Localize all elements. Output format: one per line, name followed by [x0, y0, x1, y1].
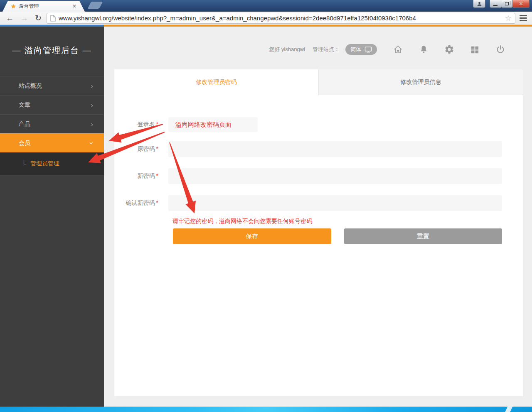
content-card: 修改管理员密码 修改管理员信息 登录名* 溢尚网络改密码页面 [114, 69, 523, 396]
logout-button[interactable] [495, 44, 505, 54]
minimize-icon [493, 5, 498, 6]
url-bar[interactable]: www.yishangwl.org/website/index.php?_m=a… [47, 13, 515, 24]
minimize-button[interactable] [490, 0, 501, 8]
tab-change-info[interactable]: 修改管理员信息 [318, 69, 523, 95]
required-mark: * [156, 145, 158, 152]
sidebar-title: — 溢尚管理后台 — [0, 27, 104, 56]
browser-titlebar: ★ 后台管理 ✕ ✕ [0, 0, 532, 12]
main-area: 您好 yishangwl 管理站点： 简体 [104, 27, 532, 407]
old-password-label: 原密码* [114, 145, 168, 153]
main-topbar: 您好 yishangwl 管理站点： 简体 [114, 39, 532, 60]
tree-branch-icon: └ [22, 160, 26, 167]
old-password-input[interactable] [168, 141, 502, 157]
browser-window: ★ 后台管理 ✕ ✕ ← → ↻ [0, 0, 532, 412]
form-row-confirm-password: 确认新密码* [114, 195, 523, 211]
tab-change-password[interactable]: 修改管理员密码 [114, 69, 318, 95]
language-site-pill[interactable]: 简体 [345, 44, 377, 55]
tab-title: 后台管理 [19, 3, 70, 10]
form-buttons: 保存 重置 [114, 228, 523, 244]
apps-button[interactable] [470, 45, 480, 54]
user-greeting: 您好 yishangwl [269, 46, 305, 53]
sidebar-subitem-admin-management[interactable]: └ 管理员管理 [0, 152, 104, 175]
wallpaper-streak [504, 407, 513, 412]
url-text[interactable]: www.yishangwl.org/website/index.php?_m=a… [59, 15, 502, 22]
sidebar-item-products[interactable]: 产品 › [0, 114, 104, 133]
desktop-wallpaper-strip [0, 407, 532, 412]
back-button[interactable]: ← [2, 14, 17, 22]
settings-button[interactable] [444, 44, 454, 54]
bell-icon [419, 45, 429, 54]
sidebar: — 溢尚管理后台 — 站点概况 › 文章 › 产品 › 会员 › [0, 27, 104, 407]
power-icon [495, 44, 505, 54]
form-row-old-password: 原密码* [114, 141, 523, 157]
home-icon [393, 44, 403, 54]
sidebar-item-site-overview[interactable]: 站点概况 › [0, 76, 104, 95]
change-password-form: 登录名* 溢尚网络改密码页面 原密码* 新 [114, 95, 523, 244]
browser-toolbar: ← → ↻ www.yishangwl.org/website/index.ph… [0, 12, 532, 25]
browser-tab[interactable]: ★ 后台管理 ✕ [2, 1, 85, 12]
close-button[interactable]: ✕ [513, 0, 530, 8]
page-content: — 溢尚管理后台 — 站点概况 › 文章 › 产品 › 会员 › [0, 27, 532, 407]
tab-close-icon[interactable]: ✕ [72, 3, 76, 9]
form-row-login-name: 登录名* 溢尚网络改密码页面 [114, 117, 523, 132]
sidebar-item-members[interactable]: 会员 › [0, 133, 104, 152]
reset-button[interactable]: 重置 [344, 228, 502, 244]
profile-icon [477, 1, 482, 7]
forward-button[interactable]: → [17, 14, 32, 22]
window-controls: ✕ [473, 0, 530, 8]
sidebar-subitem-label: 管理员管理 [30, 160, 59, 167]
home-button[interactable] [393, 44, 403, 54]
required-mark: * [156, 172, 158, 179]
login-name-label: 登录名* [114, 121, 168, 128]
chevron-down-icon: › [89, 142, 96, 145]
chrome-menu-icon[interactable] [519, 15, 528, 21]
refresh-button[interactable]: ↻ [32, 14, 45, 22]
confirm-password-input[interactable] [168, 195, 502, 211]
language-label: 简体 [350, 46, 361, 53]
sidebar-item-label: 产品 [19, 120, 30, 128]
required-mark: * [156, 199, 158, 206]
maximize-icon [505, 2, 509, 5]
bookmark-star-icon[interactable]: ☆ [505, 14, 512, 23]
profile-button[interactable] [473, 0, 485, 8]
sidebar-item-label: 文章 [19, 101, 30, 109]
maximize-button[interactable] [501, 0, 513, 8]
favicon-star-icon: ★ [11, 3, 16, 9]
monitor-icon [365, 47, 372, 53]
sidebar-item-articles[interactable]: 文章 › [0, 95, 104, 114]
page-icon [50, 15, 56, 22]
login-name-input[interactable]: 溢尚网络改密码页面 [168, 117, 258, 132]
sidebar-menu: 站点概况 › 文章 › 产品 › 会员 › └ 管理员管理 [0, 76, 104, 175]
new-password-input[interactable] [168, 168, 502, 184]
password-warning-row: 请牢记您的密码，溢尚网络不会问您索要任何账号密码 [114, 217, 523, 225]
required-mark: * [156, 121, 158, 128]
chevron-right-icon: › [91, 120, 93, 128]
annotation-field-note: 溢尚网络改密码页面 [175, 121, 232, 129]
grid-icon [470, 45, 480, 54]
chevron-right-icon: › [91, 82, 93, 90]
annotation-password-warning: 请牢记您的密码，溢尚网络不会问您索要任何账号密码 [172, 218, 312, 224]
new-tab-button[interactable] [87, 2, 103, 9]
form-row-new-password: 新密码* [114, 168, 523, 184]
sidebar-item-label: 站点概况 [19, 82, 42, 90]
card-tabs: 修改管理员密码 修改管理员信息 [114, 69, 523, 95]
new-password-label: 新密码* [114, 172, 168, 180]
notifications-button[interactable] [419, 45, 429, 54]
chevron-right-icon: › [91, 101, 93, 109]
confirm-password-label: 确认新密码* [114, 199, 168, 207]
close-icon: ✕ [519, 1, 523, 7]
gear-icon [444, 44, 454, 54]
sidebar-item-label: 会员 [19, 140, 30, 147]
manage-site-label: 管理站点： [313, 46, 340, 53]
save-button[interactable]: 保存 [173, 228, 331, 244]
